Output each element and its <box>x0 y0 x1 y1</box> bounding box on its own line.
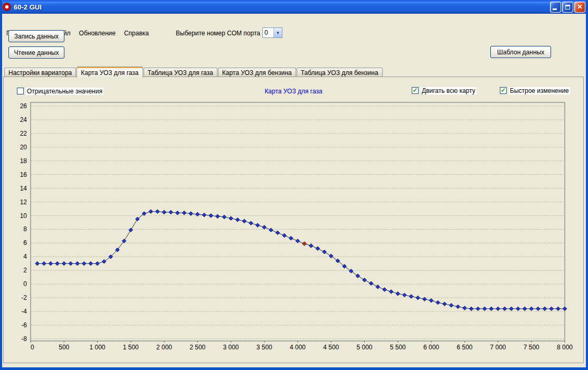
com-port-select[interactable]: 0 ▼ <box>262 27 282 38</box>
tab-petrol-table[interactable]: Таблица УОЗ для бензина <box>297 68 383 77</box>
x-tick-label: 3 500 <box>257 344 272 351</box>
x-tick-label: 2 500 <box>189 344 205 351</box>
app-icon <box>3 3 11 11</box>
y-tick-label: 26 <box>20 102 27 110</box>
tab-petrol-map[interactable]: Карта УОЗ для бензина <box>218 68 296 77</box>
check-icon: ✓ <box>412 87 418 93</box>
fast-change-label: Быстрое изменение <box>509 87 570 94</box>
close-icon: ✕ <box>577 4 582 10</box>
app-window: 60-2 GUI ✕ Подключение Файл Обновление С… <box>0 0 588 370</box>
x-tick-label: 0 <box>31 344 34 351</box>
menu-help[interactable]: Справка <box>120 28 153 39</box>
maximize-button[interactable] <box>562 2 573 13</box>
chart-title: Карта УОЗ для газа <box>4 88 583 95</box>
com-port-value: 0 <box>263 28 273 37</box>
maximize-icon <box>565 5 570 10</box>
menu-update[interactable]: Обновление <box>75 28 120 39</box>
gas-map-tab-page: ✓ Отрицательные значения Карта УОЗ для г… <box>3 77 584 363</box>
client-area: Подключение Файл Обновление Справка Запи… <box>2 14 586 367</box>
y-tick-label: 24 <box>20 116 27 124</box>
y-tick-label: 4 <box>23 253 27 260</box>
move-whole-map-checkbox[interactable]: ✓ Двигать всю карту <box>412 87 477 94</box>
y-tick-label: 0 <box>23 280 27 288</box>
ignition-map-chart[interactable]: 26242220181614121086420-2-4-6-805001 000… <box>4 98 584 360</box>
write-data-button[interactable]: Запись данных <box>8 30 64 42</box>
x-tick-label: 8 000 <box>557 344 573 351</box>
x-tick-label: 7 000 <box>490 344 506 351</box>
x-tick-label: 3 000 <box>223 344 239 351</box>
title-bar[interactable]: 60-2 GUI ✕ <box>0 0 588 14</box>
menu-bar: Подключение Файл Обновление Справка <box>2 27 586 39</box>
y-tick-label: 8 <box>23 225 27 233</box>
x-tick-label: 5 000 <box>356 344 372 351</box>
y-tick-label: -4 <box>21 308 27 315</box>
checkbox-icon[interactable]: ✓ <box>412 87 419 94</box>
fast-change-checkbox[interactable]: ✓ Быстрое изменение <box>500 87 570 94</box>
y-tick-label: 14 <box>20 185 27 192</box>
x-tick-label: 6 500 <box>457 344 472 351</box>
read-data-button[interactable]: Чтение данных <box>8 46 64 59</box>
x-tick-label: 6 000 <box>423 344 439 351</box>
y-tick-label: 20 <box>20 144 27 151</box>
tab-gas-map[interactable]: Карта УОЗ для газа <box>77 67 143 78</box>
chevron-down-icon[interactable]: ▼ <box>273 28 282 37</box>
y-tick-label: 22 <box>20 130 27 137</box>
y-tick-label: -6 <box>21 321 27 329</box>
y-tick-label: -2 <box>21 294 27 301</box>
move-whole-map-label: Двигать всю карту <box>421 87 477 94</box>
tab-gas-table[interactable]: Таблица УОЗ для газа <box>144 68 217 77</box>
minimize-icon <box>553 8 557 10</box>
com-port-label: Выберите номер COM порта <box>176 30 260 37</box>
y-tick-label: 6 <box>23 239 27 246</box>
y-tick-label: 12 <box>20 198 27 206</box>
x-tick-label: 1 500 <box>123 344 139 351</box>
checkbox-icon[interactable]: ✓ <box>500 87 507 94</box>
y-tick-label: -8 <box>21 335 27 343</box>
plot-area <box>31 102 565 341</box>
x-tick-label: 4 500 <box>323 344 339 351</box>
x-tick-label: 5 500 <box>390 344 406 351</box>
tab-variator-settings[interactable]: Настройки вариатора <box>4 68 76 77</box>
check-icon: ✓ <box>500 87 506 93</box>
tab-strip: Настройки вариатора Карта УОЗ для газа Т… <box>4 67 383 77</box>
x-tick-label: 500 <box>59 344 69 351</box>
y-tick-label: 16 <box>20 171 27 178</box>
y-tick-label: 2 <box>23 267 27 274</box>
y-tick-label: 10 <box>20 212 27 220</box>
x-tick-label: 1 000 <box>89 344 105 351</box>
minimize-button[interactable] <box>550 2 561 13</box>
template-data-button[interactable]: Шаблон данных <box>490 46 551 58</box>
x-tick-label: 7 500 <box>524 344 539 351</box>
x-tick-label: 2 000 <box>156 344 172 351</box>
x-tick-label: 4 000 <box>290 344 306 351</box>
y-tick-label: 18 <box>20 157 27 165</box>
window-title: 60-2 GUI <box>14 3 549 11</box>
close-button[interactable]: ✕ <box>574 2 585 13</box>
